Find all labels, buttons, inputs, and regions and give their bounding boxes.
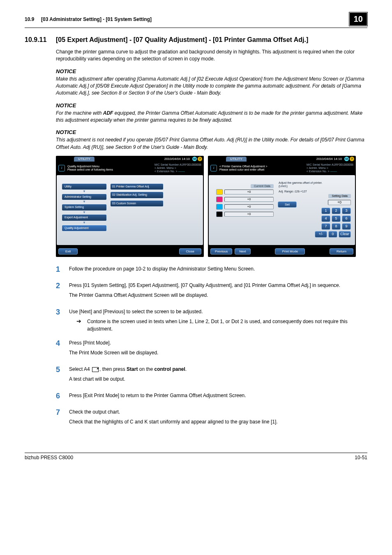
step-number: 4 (56, 339, 61, 348)
section-heading: 10.9.11 [05 Expert Adjustment] - [07 Qua… (25, 36, 367, 44)
keypad-9[interactable]: 9 (342, 223, 351, 230)
serial-label: M/C Serial Number (154, 163, 179, 166)
screen-footer: Exit Close (56, 246, 204, 257)
header-section-title: [03 Administrator Setting] - [01 System … (41, 16, 152, 22)
screen-datetime: 2010/04/04 14:10 (164, 157, 190, 161)
keypad-4[interactable]: 4 (321, 215, 330, 222)
serial-label: M/C Serial Number (307, 163, 331, 166)
info-icon: i (58, 165, 65, 171)
previous-button[interactable]: Previous (210, 248, 232, 254)
crumb-system-setting[interactable]: System Setting (62, 204, 107, 210)
setting-panel: +0 1 2 3 4 5 6 7 8 9 (315, 200, 351, 239)
step-text: Press [01 System Setting], [05 Expert Ad… (69, 282, 367, 289)
step-text-span: , then press (99, 366, 127, 372)
keypad-5[interactable]: 5 (332, 215, 341, 222)
step-text: Check that the highlights of C and K sta… (69, 418, 367, 426)
keypad-3[interactable]: 3 (342, 208, 351, 214)
keypad-6[interactable]: 6 (342, 215, 351, 222)
crumb-admin-setting[interactable]: Administrator Setting (62, 194, 107, 200)
print-mode-button[interactable]: Print Mode (275, 248, 305, 254)
current-value-k: +0 (224, 212, 274, 217)
extension-value: ------- (178, 170, 185, 173)
current-row-magenta: +0 (216, 197, 274, 202)
option-custom-screen[interactable]: 03 Custom Screen (110, 200, 164, 207)
screen-title: Quality Adjustment Menu Please select on… (67, 165, 152, 172)
step-body: Select A4 , then press Start on the cont… (69, 365, 367, 385)
crumb-expert-adjustment[interactable]: Expert Adjustment (62, 214, 107, 221)
swatch-yellow-icon[interactable] (216, 189, 223, 195)
set-button[interactable]: Set (278, 201, 297, 208)
help-icon[interactable]: ? (198, 157, 202, 161)
serial-value: A1RF001000008 (332, 163, 353, 166)
step-text-span: Select A4 (69, 366, 91, 372)
exit-button[interactable]: Exit (58, 248, 78, 254)
swatch-cyan-icon[interactable] (216, 204, 223, 210)
step-text-span: on the (138, 366, 154, 372)
step-sub-bullet: ➔ Contone is the screen used in texts wh… (76, 318, 367, 333)
next-button[interactable]: Next (235, 248, 250, 254)
screenshot-adjustment-screen: UTILITY 2010/04/04 14:10 M ? i < Printer… (208, 156, 356, 257)
info-icon: i (210, 165, 217, 171)
crumb-utility[interactable]: Utility (62, 183, 107, 190)
extension-label: < Extension No. > (307, 170, 330, 173)
step-text: Press [Print Mode]. (69, 339, 367, 347)
option-stabilization-adj[interactable]: 02 Stabilization Adj. Setting (110, 192, 164, 198)
notice-body: This adjustment is not needed if you ope… (56, 136, 367, 151)
close-button[interactable]: Close (179, 248, 201, 254)
footer-product: bizhub PRESS C8000 (25, 455, 73, 460)
screen-body: Current Data +0 +0 +0 + (209, 175, 355, 245)
screen-status-bar: UTILITY 2010/04/04 14:10 M ? (208, 156, 356, 162)
step-text: Use [Next] and [Previous] to select the … (69, 308, 367, 315)
memory-icon: M (192, 157, 197, 161)
swatch-magenta-icon[interactable] (216, 197, 223, 202)
extension-value: ------- (330, 170, 337, 173)
step-body: Press [01 System Setting], [05 Expert Ad… (69, 282, 367, 301)
keypad-8[interactable]: 8 (332, 223, 341, 230)
step-6: 6 Press [Exit Print Mode] to return to t… (56, 392, 367, 402)
swatch-black-icon[interactable] (216, 211, 223, 217)
keypad-2[interactable]: 2 (332, 208, 341, 214)
screen-serial-block: M/C Serial Number A1RF001000008 < Admin.… (307, 163, 353, 173)
info-text: (Line1) (279, 185, 351, 188)
step-number: 1 (56, 265, 61, 274)
notice-head: NOTICE (56, 129, 367, 136)
current-row-yellow: +0 (216, 189, 274, 195)
extension-label: < Extension No. > (154, 170, 178, 173)
current-value-m: +0 (224, 197, 274, 202)
help-icon[interactable]: ? (350, 157, 354, 161)
range-text: Adj. Range:-128-+127 (279, 190, 351, 193)
option-printer-gamma-offset[interactable]: 01 Printer Gamma Offset Adj. (110, 183, 164, 190)
section-title: [05 Expert Adjustment] - [07 Quality Adj… (56, 36, 308, 44)
return-button[interactable]: Return (330, 248, 353, 254)
step-bold: control panel (154, 366, 185, 372)
screen-body: Utility ▼ Administrator Setting ▼ System… (57, 175, 203, 245)
keypad-plusminus[interactable]: +/- (315, 231, 327, 238)
step-text: Check the output chart. (69, 408, 367, 416)
keypad-1[interactable]: 1 (321, 208, 330, 214)
step-body: Press [Print Mode]. The Print Mode Scree… (69, 339, 367, 359)
screen-datetime: 2010/04/04 14:10 (316, 157, 342, 161)
screen-title-bar: i < Printer Gamma Offset Adjustment > Pl… (208, 162, 356, 175)
utility-tab: UTILITY (74, 157, 95, 162)
screen-footer: Previous Next Print Mode Return (208, 246, 356, 257)
notice-body: For the machine with ADF equipped, the P… (56, 110, 367, 124)
keypad-0[interactable]: 0 (328, 231, 337, 238)
admin-menu-label: < Admin. Menu > (307, 166, 353, 170)
crumb-quality-adjustment[interactable]: Quality Adjustment (62, 225, 107, 231)
info-text: Adjust the gamma offset of printer. (279, 181, 351, 185)
procedure-steps: 1 Follow the procedure on page 10-2 to d… (56, 265, 367, 428)
screenshot-menu-screen: UTILITY 2010/04/04 14:10 M ? i Quality A… (56, 156, 204, 257)
step-1: 1 Follow the procedure on page 10-2 to d… (56, 265, 367, 275)
step-body: Use [Next] and [Previous] to select the … (69, 308, 367, 333)
step-text: Select A4 , then press Start on the cont… (69, 365, 367, 373)
step-number: 3 (56, 308, 61, 317)
header-left: 10.9 [03 Administrator Setting] - [01 Sy… (25, 16, 152, 22)
notice-bold: ADF (103, 110, 113, 116)
notice-3: NOTICE This adjustment is not needed if … (56, 129, 367, 151)
notice-text: For the machine with (56, 110, 103, 116)
options-column: 01 Printer Gamma Offset Adj. 02 Stabiliz… (110, 183, 164, 208)
admin-menu-label: < Admin. Menu > (154, 166, 201, 170)
keypad-7[interactable]: 7 (321, 223, 330, 230)
step-text-span: . (185, 366, 187, 372)
keypad-clear[interactable]: Clear (339, 231, 351, 238)
